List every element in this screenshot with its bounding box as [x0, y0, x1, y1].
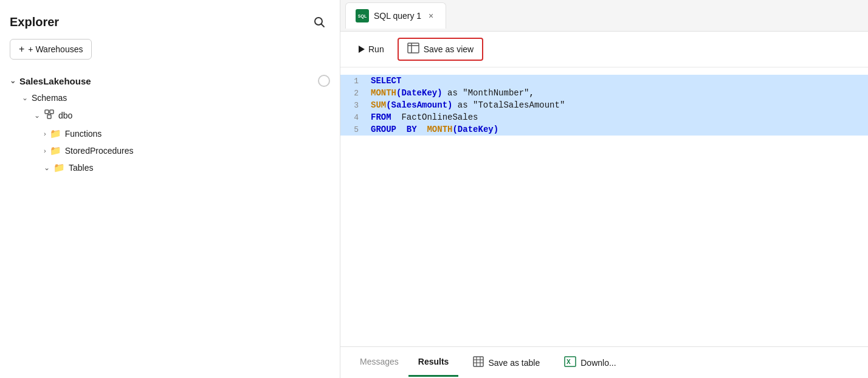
dbo-label: dbo: [58, 111, 72, 120]
svg-rect-10: [474, 357, 483, 366]
excel-icon: X: [564, 356, 576, 369]
line-content-3: SUM(SalesAmount) as "TotalSalesAmount": [371, 100, 868, 110]
results-label: Results: [418, 357, 449, 366]
line-number-4: 4: [340, 113, 371, 122]
save-as-table-label: Save as table: [488, 358, 540, 368]
folder-icon: 📁: [50, 128, 61, 139]
messages-label: Messages: [360, 357, 399, 366]
save-view-label: Save as view: [424, 44, 474, 54]
svg-rect-7: [408, 43, 419, 53]
save-view-icon: [407, 43, 419, 56]
save-as-view-button[interactable]: Save as view: [398, 38, 483, 61]
plus-icon: +: [19, 44, 24, 55]
toolbar: Run Save as view: [340, 32, 868, 67]
tab-results[interactable]: Results: [408, 348, 459, 377]
chevron-right-icon: ›: [44, 130, 46, 137]
code-line-1: 1 SELECT: [340, 75, 868, 87]
line-number-3: 3: [340, 101, 371, 110]
chevron-right-icon: ›: [44, 147, 46, 154]
tab-bar: SQL SQL query 1 ×: [340, 0, 868, 32]
explorer-title: Explorer: [10, 15, 59, 29]
tab-messages[interactable]: Messages: [350, 348, 408, 377]
chevron-down-icon: ⌄: [34, 111, 40, 120]
search-button[interactable]: [308, 11, 330, 33]
search-icon: [313, 16, 325, 28]
add-warehouses-label: + Warehouses: [28, 44, 83, 54]
code-line-4: 4 FROM FactOnlineSales: [340, 111, 868, 123]
svg-rect-4: [47, 115, 51, 119]
folder-icon: 📁: [53, 162, 65, 173]
sql-query-tab[interactable]: SQL SQL query 1 ×: [345, 2, 446, 29]
line-content-4: FROM FactOnlineSales: [371, 112, 868, 122]
line-number-5: 5: [340, 125, 371, 134]
tree-item-dbo[interactable]: ⌄ dbo: [0, 106, 340, 125]
code-editor[interactable]: 1 SELECT 2 MONTH(DateKey) as "MonthNumbe…: [340, 67, 868, 346]
svg-rect-2: [45, 110, 49, 114]
schema-icon: [44, 109, 55, 122]
line-content-1: SELECT: [371, 76, 868, 86]
run-label: Run: [368, 44, 384, 54]
code-line-2: 2 MONTH(DateKey) as "MonthNumber",: [340, 87, 868, 99]
code-line-3: 3 SUM(SalesAmount) as "TotalSalesAmount": [340, 99, 868, 111]
line-content-5: GROUP BY MONTH(DateKey): [371, 125, 868, 134]
run-icon: [359, 46, 365, 53]
svg-rect-3: [50, 110, 53, 114]
tree-item-schemas[interactable]: ⌄ Schemas: [0, 90, 340, 106]
line-number-2: 2: [340, 89, 371, 98]
chevron-down-icon: ⌄: [10, 77, 16, 85]
code-line-5: 5 GROUP BY MONTH(DateKey): [340, 123, 868, 136]
tree-item-tables[interactable]: ⌄ 📁 Tables: [0, 159, 340, 176]
download-button[interactable]: X Downlo...: [554, 351, 625, 374]
tab-label: SQL query 1: [374, 11, 421, 21]
explorer-header: Explorer: [0, 0, 340, 39]
storedprocedures-label: StoredProcedures: [65, 146, 134, 156]
tree-item-saleslakehouse[interactable]: ⌄ SalesLakehouse: [0, 72, 340, 90]
tables-label: Tables: [69, 163, 93, 173]
loading-spinner: [318, 75, 330, 87]
results-bar: Messages Results Save as table X: [340, 346, 868, 378]
line-number-1: 1: [340, 77, 371, 86]
add-warehouses-button[interactable]: + + Warehouses: [10, 39, 92, 60]
tree-section: ⌄ SalesLakehouse ⌄ Schemas ⌄ dbo: [0, 67, 340, 378]
svg-text:X: X: [567, 359, 571, 365]
table-icon: [473, 356, 484, 369]
sql-file-icon: SQL: [356, 9, 369, 22]
run-button[interactable]: Run: [350, 41, 393, 58]
explorer-panel: Explorer + + Warehouses ⌄ SalesLakehouse…: [0, 0, 340, 378]
line-content-2: MONTH(DateKey) as "MonthNumber",: [371, 88, 868, 98]
chevron-down-icon: ⌄: [44, 163, 50, 172]
chevron-down-icon: ⌄: [22, 94, 28, 102]
download-label: Downlo...: [580, 358, 616, 368]
tree-item-functions[interactable]: › 📁 Functions: [0, 125, 340, 142]
folder-icon: 📁: [50, 145, 61, 156]
saleslakehouse-label: SalesLakehouse: [19, 76, 91, 86]
tree-item-stored-procedures[interactable]: › 📁 StoredProcedures: [0, 142, 340, 159]
editor-panel: SQL SQL query 1 × Run Save as view: [340, 0, 868, 378]
functions-label: Functions: [65, 129, 102, 139]
schemas-label: Schemas: [32, 93, 67, 103]
save-as-table-button[interactable]: Save as table: [463, 351, 549, 374]
tab-close-button[interactable]: ×: [426, 10, 436, 22]
svg-line-1: [322, 24, 325, 27]
